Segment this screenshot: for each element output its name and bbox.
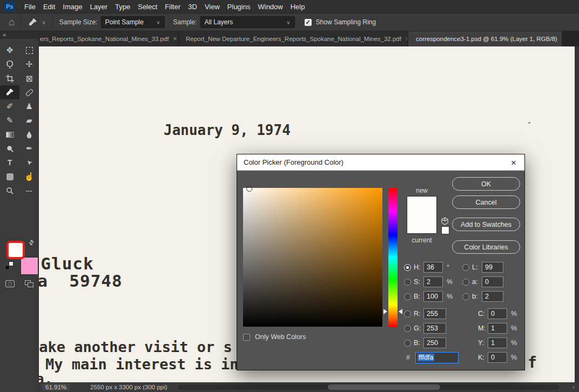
- y-input[interactable]: 1: [488, 337, 507, 348]
- l-input[interactable]: 99: [482, 262, 503, 273]
- type-tool[interactable]: T: [0, 156, 19, 170]
- swap-colors-icon[interactable]: ⇄: [27, 238, 36, 247]
- web-safe-cube-icon[interactable]: [441, 217, 449, 225]
- document-info: 2550 px x 3300 px (300 ppi): [90, 384, 167, 390]
- screen-mode-button[interactable]: [25, 280, 33, 287]
- gradient-tool[interactable]: [0, 127, 19, 141]
- move-tool[interactable]: ✥: [0, 43, 19, 57]
- c-input[interactable]: 0: [488, 308, 507, 319]
- ok-button[interactable]: OK: [452, 177, 520, 191]
- object-selection-tool[interactable]: ✢: [19, 57, 39, 71]
- tab-document-2[interactable]: Report_New Departure_Engineers_Reports_S…: [179, 31, 407, 46]
- lasso-tool[interactable]: Ǫ: [0, 57, 19, 71]
- show-sampling-ring-label: Show Sampling Ring: [316, 18, 376, 26]
- h-input[interactable]: 36: [423, 262, 443, 273]
- dodge-tool[interactable]: [0, 141, 19, 156]
- k-input[interactable]: 0: [488, 352, 507, 363]
- panel-grip[interactable]: ··········: [0, 39, 38, 43]
- l-radio[interactable]: [462, 264, 469, 271]
- lab-b-radio[interactable]: [462, 293, 469, 300]
- default-colors-icon[interactable]: [5, 261, 14, 270]
- eyedropper-tool[interactable]: [0, 85, 19, 99]
- tab-label: Report_New Departure_Engineers_Reports_S…: [186, 36, 401, 42]
- menu-type[interactable]: Type: [111, 3, 134, 11]
- close-icon[interactable]: ✕: [503, 154, 524, 171]
- menu-image[interactable]: Image: [59, 3, 86, 11]
- menu-file[interactable]: File: [21, 3, 39, 11]
- chevron-right-icon[interactable]: ›: [573, 383, 575, 391]
- a-radio[interactable]: [462, 279, 469, 286]
- tab-document-active[interactable]: correspondence3-1.psd @ 61.9% (Layer 1, …: [408, 31, 562, 46]
- edit-toolbar-button[interactable]: •••: [19, 184, 39, 198]
- eyedropper-icon: [28, 18, 37, 27]
- menu-layer[interactable]: Layer: [86, 3, 112, 11]
- menu-window[interactable]: Window: [254, 3, 286, 11]
- path-selection-tool[interactable]: ➤: [19, 156, 39, 170]
- close-icon[interactable]: ×: [406, 35, 407, 43]
- hue-slider-arrow-right[interactable]: [399, 309, 402, 314]
- rectangular-marquee-tool[interactable]: [19, 43, 39, 57]
- home-icon[interactable]: ⌂: [9, 16, 15, 28]
- r-radio[interactable]: [404, 310, 411, 317]
- sample-size-dropdown[interactable]: Point Sample ∨: [101, 16, 165, 28]
- blur-tool[interactable]: [19, 127, 39, 141]
- foreground-color-swatch[interactable]: [6, 241, 25, 259]
- menu-view[interactable]: View: [201, 3, 224, 11]
- blue-input[interactable]: 250: [423, 337, 446, 348]
- g-radio[interactable]: [404, 325, 411, 332]
- menu-help[interactable]: Help: [287, 3, 309, 11]
- menu-3d[interactable]: 3D: [184, 3, 201, 11]
- toolbar-collapse-strip[interactable]: «: [0, 31, 39, 39]
- brush-tool[interactable]: ✐: [0, 99, 19, 113]
- eraser-tool[interactable]: ▰: [19, 113, 39, 127]
- hue-slider-arrow-left[interactable]: [383, 309, 387, 314]
- web-safe-color-swatch[interactable]: [441, 226, 449, 234]
- background-color-swatch[interactable]: [21, 257, 38, 275]
- b-input[interactable]: 100: [423, 291, 443, 302]
- clone-stamp-tool[interactable]: ♟: [19, 99, 39, 113]
- pen-tool[interactable]: ✒: [19, 141, 39, 156]
- m-input[interactable]: 1: [488, 323, 507, 334]
- s-radio[interactable]: [404, 279, 411, 286]
- eyedropper-preset-icon[interactable]: ∨: [28, 18, 45, 27]
- hex-input[interactable]: fffdfa: [415, 352, 459, 363]
- quick-mask-button[interactable]: [5, 280, 15, 287]
- blue-radio[interactable]: [404, 340, 411, 347]
- horizontal-scrollbar[interactable]: [178, 384, 559, 390]
- healing-brush-tool[interactable]: [19, 85, 39, 99]
- zoom-level-field[interactable]: 61.91%: [42, 383, 70, 391]
- s-input[interactable]: 2: [423, 276, 443, 287]
- b-radio[interactable]: [404, 293, 411, 300]
- rectangle-tool[interactable]: [0, 170, 19, 184]
- menu-filter[interactable]: Filter: [161, 3, 184, 11]
- history-brush-tool[interactable]: ✎: [0, 113, 19, 127]
- frame-tool[interactable]: ⊠: [19, 71, 39, 85]
- tab-document-1[interactable]: ers_Reports_Spokane_National_Mines_33.pd…: [39, 31, 178, 46]
- hand-tool[interactable]: ☝: [19, 170, 39, 184]
- current-color-swatch[interactable]: [407, 215, 436, 233]
- close-icon[interactable]: ×: [173, 35, 177, 43]
- saturation-brightness-field[interactable]: [243, 188, 382, 327]
- only-web-colors-checkbox[interactable]: [243, 334, 250, 341]
- dialog-title-bar[interactable]: Color Picker (Foreground Color): [237, 154, 524, 171]
- r-input[interactable]: 255: [423, 308, 446, 319]
- hue-slider[interactable]: [388, 188, 398, 327]
- sample-dropdown[interactable]: All Layers ∨: [200, 16, 295, 28]
- menu-select[interactable]: Select: [134, 3, 161, 11]
- zoom-tool[interactable]: [0, 184, 19, 198]
- crop-tool[interactable]: [0, 71, 19, 85]
- h-radio[interactable]: [404, 264, 411, 271]
- show-sampling-ring-checkbox[interactable]: ✓: [305, 19, 312, 26]
- cancel-button[interactable]: Cancel: [452, 195, 520, 209]
- color-libraries-button[interactable]: Color Libraries: [452, 240, 520, 254]
- chevron-down-icon: ∨: [286, 19, 290, 25]
- g-input[interactable]: 253: [423, 323, 446, 334]
- lab-b-input[interactable]: 2: [482, 291, 503, 302]
- vertical-scrollbar[interactable]: [575, 46, 579, 382]
- menu-plugins[interactable]: Plugins: [224, 3, 254, 11]
- a-input[interactable]: 0: [482, 276, 503, 287]
- add-to-swatches-button[interactable]: Add to Swatches: [452, 218, 520, 231]
- menu-edit[interactable]: Edit: [39, 3, 59, 11]
- color-marker[interactable]: [246, 186, 252, 192]
- scrollbar-thumb[interactable]: [328, 384, 440, 390]
